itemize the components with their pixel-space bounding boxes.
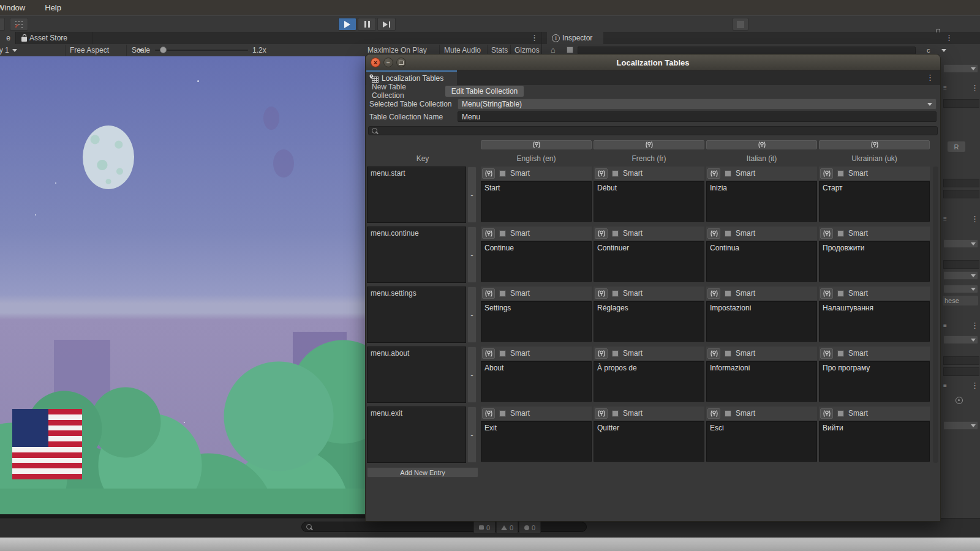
preview-packages-button[interactable]: [733, 18, 748, 31]
inspector-field[interactable]: [943, 99, 979, 108]
locale-button[interactable]: [707, 168, 720, 179]
translation-input[interactable]: Continuer: [594, 241, 704, 282]
window-titlebar[interactable]: Localization Tables × −: [366, 54, 940, 70]
smart-checkbox[interactable]: [612, 290, 619, 297]
locale-header-bar[interactable]: [594, 140, 704, 149]
key-column-header[interactable]: Key: [367, 139, 478, 166]
locale-button[interactable]: [482, 168, 495, 179]
translation-input[interactable]: Quitter: [594, 421, 704, 462]
smart-checkbox[interactable]: [612, 230, 619, 237]
locale-button[interactable]: [707, 288, 720, 299]
locale-button[interactable]: [595, 168, 608, 179]
inspector-field[interactable]: [943, 179, 979, 187]
tab-game-partial[interactable]: e: [0, 32, 16, 44]
translation-input[interactable]: Continue: [481, 241, 592, 282]
grid-snap-button[interactable]: [10, 18, 28, 31]
active-checkbox[interactable]: [567, 47, 573, 53]
window-menu-icon[interactable]: ⋮: [926, 73, 934, 81]
translation-input[interactable]: À propos de: [594, 361, 704, 402]
edit-table-collection-button[interactable]: Edit Table Collection: [445, 86, 524, 97]
locale-button[interactable]: [820, 168, 833, 179]
smart-checkbox[interactable]: [837, 290, 844, 297]
locale-button[interactable]: [482, 228, 495, 239]
locale-button[interactable]: [820, 228, 833, 239]
locale-button[interactable]: [707, 228, 720, 239]
translation-input[interactable]: Exit: [481, 421, 592, 462]
key-cell[interactable]: menu.exit: [367, 407, 466, 463]
remove-entry-button[interactable]: -: [467, 167, 477, 223]
locale-button[interactable]: [595, 408, 608, 419]
pause-button[interactable]: [358, 18, 376, 31]
smart-checkbox[interactable]: [499, 230, 506, 237]
menu-help[interactable]: Help: [43, 3, 62, 12]
component-menu-icon[interactable]: ⋮: [971, 381, 979, 389]
locale-button[interactable]: [595, 228, 608, 239]
locale-button[interactable]: [482, 408, 495, 419]
locale-button[interactable]: [820, 288, 833, 299]
translation-input[interactable]: Старт: [819, 181, 930, 222]
translation-input[interactable]: Impostazioni: [706, 301, 817, 342]
minimize-button[interactable]: −: [383, 58, 393, 67]
console-search-input[interactable]: [301, 522, 587, 532]
smart-checkbox[interactable]: [725, 350, 731, 357]
menu-window[interactable]: Window: [0, 3, 26, 12]
locale-button[interactable]: [707, 408, 720, 419]
smart-checkbox[interactable]: [499, 170, 506, 177]
smart-checkbox[interactable]: [612, 170, 619, 177]
component-menu-icon[interactable]: ⋮: [971, 321, 979, 329]
inspector-dropdown[interactable]: [943, 285, 978, 293]
maximize-button[interactable]: [396, 58, 406, 67]
translation-input[interactable]: Informazioni: [706, 361, 817, 402]
remove-entry-button[interactable]: -: [467, 407, 477, 463]
translation-input[interactable]: Continua: [706, 241, 817, 282]
game-menu-item[interactable]: [158, 171, 354, 206]
translation-input[interactable]: Налаштування: [819, 301, 930, 342]
translation-input[interactable]: Start: [481, 181, 592, 222]
translation-input[interactable]: Про програму: [819, 361, 930, 402]
smart-checkbox[interactable]: [499, 290, 506, 297]
translation-input[interactable]: About: [481, 361, 592, 402]
remove-entry-button[interactable]: -: [467, 227, 477, 283]
scale-slider[interactable]: [155, 50, 248, 51]
game-menu-item[interactable]: [158, 310, 354, 345]
key-cell[interactable]: menu.settings: [367, 287, 466, 343]
smart-checkbox[interactable]: [725, 410, 731, 417]
table-scrollbar[interactable]: [933, 167, 938, 463]
locale-button[interactable]: [595, 288, 608, 299]
locale-button[interactable]: [595, 348, 608, 359]
key-cell[interactable]: menu.continue: [367, 227, 466, 283]
game-menu-item[interactable]: [158, 241, 354, 276]
inspector-field[interactable]: [943, 356, 979, 365]
selected-collection-dropdown[interactable]: Menu(StringTable): [458, 99, 937, 110]
table-search-input[interactable]: [368, 126, 938, 135]
collection-name-input[interactable]: Menu: [458, 111, 937, 122]
step-button[interactable]: [377, 18, 396, 31]
tool-button-partial[interactable]: [0, 18, 5, 31]
tab-inspector[interactable]: i Inspector: [547, 32, 603, 44]
remove-entry-button[interactable]: -: [467, 287, 477, 343]
locale-header-bar[interactable]: [819, 140, 930, 149]
component-menu-icon[interactable]: ⋮: [971, 84, 979, 92]
smart-checkbox[interactable]: [837, 350, 844, 357]
console-warning-count[interactable]: 0: [496, 521, 518, 534]
smart-checkbox[interactable]: [499, 410, 506, 417]
inspector-menu-icon[interactable]: ⋮: [945, 34, 953, 42]
smart-checkbox[interactable]: [725, 230, 731, 237]
inspector-field[interactable]: [943, 367, 979, 376]
static-dropdown-icon[interactable]: [941, 49, 946, 52]
locale-button[interactable]: [482, 348, 495, 359]
game-menu-item[interactable]: [158, 206, 354, 241]
smart-checkbox[interactable]: [612, 410, 619, 417]
smart-checkbox[interactable]: [499, 350, 506, 357]
play-button[interactable]: [338, 18, 356, 31]
us-flag[interactable]: [12, 409, 82, 479]
locale-button[interactable]: [820, 348, 833, 359]
inspector-dropdown[interactable]: [943, 64, 978, 73]
inspector-dropdown[interactable]: [943, 271, 978, 280]
key-cell[interactable]: menu.start: [367, 167, 466, 223]
locale-button[interactable]: [482, 288, 495, 299]
language-column-header[interactable]: English (en): [481, 139, 592, 166]
inspector-dropdown[interactable]: [943, 335, 978, 344]
smart-checkbox[interactable]: [612, 350, 619, 357]
language-column-header[interactable]: French (fr): [594, 139, 704, 166]
